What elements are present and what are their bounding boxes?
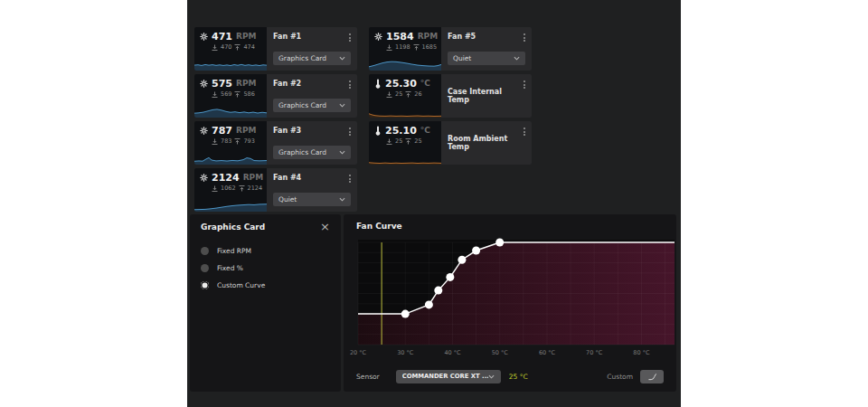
kebab-menu-icon[interactable] [522, 79, 527, 90]
card-title: Case Internal Temp [448, 88, 525, 104]
control-dropdown-value: Graphics Card [278, 148, 326, 156]
sparkline-chart [369, 59, 441, 71]
max-value: 474 [243, 44, 254, 51]
min-icon [212, 138, 218, 145]
sensor-bar: Sensor COMMANDER CORE XT ... 25 °C Custo… [344, 369, 676, 383]
curve-point-handle[interactable] [472, 247, 480, 255]
app-window: 471 RPM 470 474 Fan #1 Graphics Card [187, 0, 681, 407]
max-value: 1685 [422, 44, 438, 51]
temp-card-case: 25.30 °C 25 26 Case Internal Temp [369, 74, 532, 118]
curve-point-handle[interactable] [401, 310, 410, 318]
fan-label-panel: Fan #3 Graphics Card [267, 121, 357, 165]
fan-label-panel: Fan #2 Graphics Card [267, 74, 357, 118]
min-icon [386, 91, 392, 98]
temp-reading-panel: 25.10 °C 25 25 [369, 121, 441, 165]
kebab-menu-icon[interactable] [347, 126, 353, 137]
minmax-row: 569 586 [212, 91, 267, 98]
radio-icon [201, 247, 209, 255]
control-dropdown[interactable]: Quiet [273, 193, 351, 206]
card-title: Fan #1 [273, 33, 351, 41]
temp-label-panel: Room Ambient Temp [441, 121, 532, 165]
minmax-row: 783 793 [212, 138, 267, 145]
max-icon [405, 91, 411, 98]
fan-curve-chart[interactable]: 20 °C30 °C40 °C50 °C60 °C70 °C80 °C [358, 240, 675, 359]
x-tick-label: 60 °C [539, 349, 556, 356]
curve-point-handle[interactable] [495, 239, 504, 247]
card-title: Room Ambient Temp [448, 135, 525, 151]
curve-point-handle[interactable] [425, 300, 433, 308]
kebab-menu-icon[interactable] [347, 32, 353, 43]
sensor-dropdown[interactable]: COMMANDER CORE XT ... [396, 370, 501, 383]
kebab-menu-icon[interactable] [522, 126, 527, 137]
rpm-unit: RPM [236, 33, 256, 41]
rpm-unit: RPM [236, 127, 256, 135]
card-title: Fan #3 [273, 127, 351, 135]
min-value: 470 [221, 44, 231, 51]
curve-ramp-icon [647, 373, 657, 381]
temp-label-panel: Case Internal Temp [441, 74, 532, 118]
card-title: Fan #4 [273, 174, 351, 182]
fan-curve-title: Fan Curve [356, 222, 402, 231]
fan-curve-panel: Fan Curve 20 °C30 °C40 °C50 °C60 °C70 °C… [344, 214, 676, 392]
radio-option-custom-curve[interactable]: Custom Curve [190, 277, 341, 294]
curve-mode-options: Fixed RPM Fixed % Custom Curve [190, 242, 341, 294]
max-value: 793 [243, 138, 254, 145]
sparkline-chart [369, 106, 441, 118]
control-dropdown-value: Quiet [278, 195, 297, 204]
curve-point-handle[interactable] [446, 273, 454, 281]
fan-icon [200, 127, 208, 135]
min-icon [386, 138, 392, 145]
rpm-unit: RPM [418, 33, 438, 41]
x-tick-label: 80 °C [633, 349, 650, 356]
fan-card-5: 1584 RPM 1198 1685 Fan #5 Quiet [369, 27, 532, 71]
min-value: 783 [221, 138, 231, 145]
curve-point-handle[interactable] [434, 287, 442, 295]
control-dropdown[interactable]: Quiet [448, 52, 525, 65]
radio-icon [201, 281, 209, 289]
min-value: 569 [221, 91, 231, 98]
sensor-dropdown-value: COMMANDER CORE XT ... [402, 373, 488, 380]
control-dropdown[interactable]: Graphics Card [273, 99, 351, 112]
fan-icon [200, 80, 208, 88]
temp-value: 25.10 [385, 126, 417, 136]
control-dropdown[interactable]: Graphics Card [273, 146, 351, 159]
fan-card-1: 471 RPM 470 474 Fan #1 Graphics Card [194, 27, 357, 71]
rpm-value: 2124 [212, 173, 240, 183]
minmax-row: 25 25 [386, 138, 441, 145]
close-icon[interactable]: × [320, 222, 330, 232]
control-dropdown-value: Graphics Card [278, 54, 326, 62]
fan-label-panel: Fan #4 Quiet [267, 168, 357, 212]
chevron-down-icon [339, 197, 345, 202]
rpm-value: 787 [212, 126, 232, 136]
temp-reading-panel: 25.30 °C 25 26 [369, 74, 441, 118]
rpm-unit: RPM [236, 80, 256, 88]
curve-point-handle[interactable] [458, 256, 466, 264]
radio-option-fixed-rpm[interactable]: Fixed RPM [190, 242, 341, 260]
panel-title: Graphics Card [201, 222, 265, 232]
thermometer-icon [374, 126, 382, 136]
temp-unit: °C [420, 127, 430, 135]
card-title: Fan #5 [448, 33, 525, 41]
kebab-menu-icon[interactable] [522, 32, 527, 43]
min-value: 25 [395, 91, 402, 98]
min-value: 1062 [221, 185, 236, 192]
max-icon [405, 138, 411, 145]
screenshot-stage: 471 RPM 470 474 Fan #1 Graphics Card [0, 0, 868, 407]
x-tick-label: 70 °C [586, 349, 603, 356]
fan-reading-panel: 1584 RPM 1198 1685 [369, 27, 441, 71]
radio-option-fixed-percent[interactable]: Fixed % [190, 260, 341, 277]
control-dropdown[interactable]: Graphics Card [273, 52, 351, 65]
chevron-down-icon [339, 103, 345, 108]
x-tick-label: 30 °C [397, 349, 414, 356]
sensor-current-temp: 25 °C [509, 373, 528, 381]
kebab-menu-icon[interactable] [347, 79, 353, 90]
fan-label-panel: Fan #5 Quiet [441, 27, 532, 71]
minmax-row: 470 474 [212, 44, 267, 51]
x-tick-label: 50 °C [492, 349, 509, 356]
control-dropdown-value: Quiet [453, 54, 471, 62]
custom-curve-button[interactable] [640, 370, 664, 383]
kebab-menu-icon[interactable] [347, 173, 353, 185]
max-icon [413, 44, 420, 51]
max-value: 25 [414, 138, 421, 145]
control-dropdown-value: Graphics Card [278, 101, 326, 109]
